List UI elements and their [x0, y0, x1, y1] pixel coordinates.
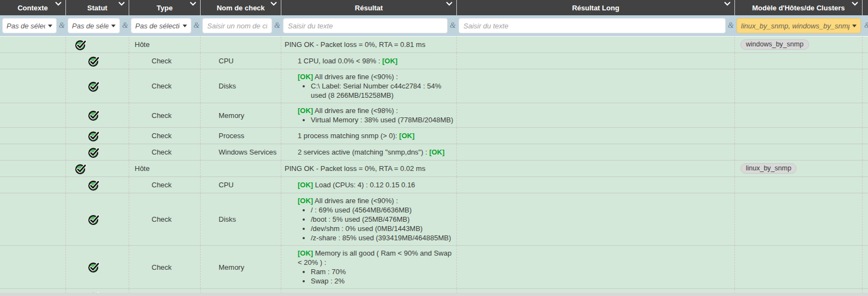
chevron-down-icon[interactable] [118, 2, 125, 6]
caret-down-icon [852, 25, 857, 27]
type-label: Check [152, 132, 172, 140]
filter-cell-type: Pas de sélection & [129, 15, 200, 36]
table-row[interactable]: Check Process 1 process matching snmp (>… [0, 128, 868, 144]
cell-result-long [456, 177, 734, 193]
column-label: Nom de check [216, 4, 264, 12]
cell-result-long [456, 128, 734, 144]
filter-and-separator: & [194, 21, 199, 30]
cell-type: Check [129, 69, 200, 103]
table-row[interactable]: Check CPU [OK] Load (CPUs: 4) : 0.12 0.1… [0, 177, 868, 193]
status-ok-icon [88, 146, 100, 158]
chevron-down-icon[interactable] [852, 2, 858, 6]
column-label: Type [156, 4, 172, 12]
column-header-resultat-long[interactable]: Résultat Long [456, 0, 734, 15]
cell-check-name [200, 37, 281, 52]
result-line: [OK] All drives are fine (<90%) : [298, 72, 398, 81]
result-bullet-item: C:\ Label: Serial Number c44c2784 : 54% … [311, 81, 454, 100]
host-template-badge: linux_by_snmp [740, 163, 797, 174]
selected-value: Pas de sélection [7, 22, 45, 30]
column-label: Contexte [17, 4, 48, 12]
table-row[interactable]: Check Memory [OK] All drives are fine (<… [0, 103, 868, 128]
result-line: PING OK - Packet loss = 0%, RTA = 0.81 m… [285, 40, 425, 49]
result-line: [OK] Memory is all good ( Ram < 90% and … [298, 248, 454, 267]
table-row[interactable]: Check Memory [OK] Memory is all good ( R… [0, 246, 868, 289]
filter-and-separator: & [450, 21, 455, 30]
cell-result: 1 CPU, load 0.0% < 98% : [OK] [281, 53, 456, 69]
cell-statut [65, 53, 129, 69]
chevron-down-icon[interactable] [270, 2, 277, 6]
cell-result: [OK] All drives are fine (<90%) : C:\ La… [281, 69, 456, 103]
ok-status-label: [OK] [298, 197, 313, 205]
contexte-filter-select[interactable]: Pas de sélection [2, 18, 57, 33]
chevron-down-icon[interactable] [190, 2, 196, 6]
chevron-down-icon[interactable] [724, 2, 731, 6]
table-row[interactable]: Check CPU 1 CPU, load 0.0% < 98% : [OK] [0, 53, 868, 69]
column-header-resultat[interactable]: Résultat [281, 0, 456, 15]
check-name-label: Process [219, 132, 244, 140]
statut-filter-select[interactable]: Pas de sélection [68, 18, 120, 33]
result-line: PING OK - Packet loss = 0%, RTA = 0.02 m… [285, 164, 425, 173]
cell-contexte [0, 37, 65, 52]
result-bullets: Ram : 70%Swap : 2% [298, 267, 346, 286]
type-filter-select[interactable]: Pas de sélection [131, 18, 191, 33]
type-label: Check [152, 215, 172, 223]
host-template-filter-select[interactable]: linux_by_snmp, windows_by_snmp [737, 18, 861, 33]
check-name-label: Memory [219, 111, 244, 120]
result-bullet-item: /boot : 5% used (25MB/476MB) [311, 215, 451, 224]
result-filter-input[interactable] [283, 18, 448, 33]
cell-type: Check [129, 193, 200, 245]
filter-cell-statut: Pas de sélection & [65, 15, 129, 36]
result-bullet-item: Ram : 70% [311, 267, 346, 276]
cell-contexte [0, 193, 65, 245]
long-result-filter-input[interactable] [459, 18, 726, 33]
cell-result-long [456, 144, 734, 160]
result-bullet-item: / : 69% used (4564MB/6636MB) [311, 205, 451, 215]
column-header-type[interactable]: Type [129, 0, 200, 15]
cell-overflow [862, 161, 868, 176]
table-row[interactable]: Check Windows Services 2 services active… [0, 144, 868, 161]
ok-status-label: [OK] [399, 132, 414, 140]
cell-check-name: Process [200, 128, 281, 144]
cell-overflow [862, 128, 868, 144]
cell-host-template: windows_by_snmp [734, 37, 862, 52]
table-row[interactable]: Check Disks [OK] All drives are fine (<9… [0, 193, 868, 246]
table-row[interactable]: Hôte PING OK - Packet loss = 0%, RTA = 0… [0, 161, 868, 177]
cell-host-template [734, 53, 862, 69]
result-bullet-item: /dev/shm : 0% used (0MB/1443MB) [311, 224, 451, 233]
column-header-statut[interactable]: Statut [65, 0, 129, 15]
caret-down-icon [183, 25, 187, 27]
check-name-label: Disks [219, 82, 236, 90]
result-bullet-item: Virtual Memory : 38% used (778MB/2048MB) [311, 115, 453, 125]
cell-result-long [456, 103, 734, 127]
result-bullet-item: /z-share : 85% used (393419MB/464885MB) [311, 233, 451, 242]
column-header-contexte[interactable]: Contexte [0, 0, 65, 15]
table-row[interactable]: Check Disks [OK] All drives are fine (<9… [0, 69, 868, 103]
chevron-down-icon[interactable] [446, 2, 453, 6]
type-label: Hôte [135, 40, 149, 49]
type-label: Check [152, 148, 172, 156]
cell-type: Check [129, 128, 200, 144]
cell-type: Check [129, 103, 200, 127]
result-bullets: Virtual Memory : 38% used (778MB/2048MB) [298, 115, 453, 125]
check-name-label: CPU [219, 57, 233, 65]
table-row[interactable]: Hôte PING OK - Packet loss = 0%, RTA = 0… [0, 37, 868, 53]
filter-row: Pas de sélection & Pas de sélection & Pa… [0, 15, 868, 36]
result-line: 2 services active (matching "snmp,dns") … [298, 147, 444, 157]
cell-overflow [862, 246, 868, 288]
chevron-down-icon[interactable] [55, 2, 62, 6]
column-header-modele-hotes-clusters[interactable]: Modèle d'Hôtes/de Clusters [734, 0, 862, 15]
status-ok-icon [88, 261, 100, 273]
filter-and-separator: & [59, 21, 64, 30]
column-header-nom-de-check[interactable]: Nom de check [200, 0, 281, 15]
status-ok-icon [88, 55, 100, 67]
selected-value: Pas de sélection [72, 22, 108, 30]
type-label: Check [152, 57, 172, 65]
cell-contexte [0, 128, 65, 144]
cell-host-template [734, 177, 862, 193]
check-name-label: Windows Services [219, 148, 276, 156]
column-label: Résultat Long [572, 4, 619, 12]
cell-statut [65, 69, 129, 103]
cell-check-name: Disks [200, 193, 281, 245]
check-name-filter-input[interactable] [202, 18, 272, 33]
cell-result-long [456, 69, 734, 103]
